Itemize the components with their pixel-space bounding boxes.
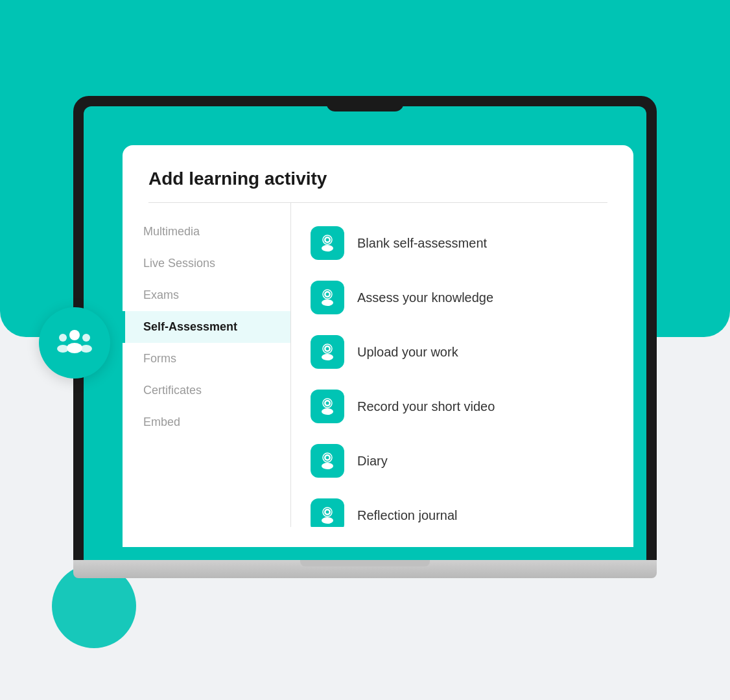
activity-item-diary[interactable]: Diary <box>311 434 614 488</box>
svg-point-3 <box>57 345 69 353</box>
reflection-journal-icon <box>318 506 337 525</box>
activity-label-record-video: Record your short video <box>357 399 495 414</box>
activity-icon-upload-work <box>311 335 344 369</box>
svg-point-4 <box>82 334 90 342</box>
sidebar-item-live-sessions[interactable]: Live Sessions <box>123 248 290 279</box>
svg-point-0 <box>69 330 80 340</box>
activity-item-upload-work[interactable]: Upload your work <box>311 325 614 379</box>
scene: Add learning activity Multimedia Live Se… <box>0 0 730 700</box>
svg-point-12 <box>322 299 333 306</box>
sidebar-item-multimedia[interactable]: Multimedia <box>123 216 290 248</box>
users-icon <box>54 322 95 364</box>
activity-icon-reflection-journal <box>311 498 344 527</box>
svg-point-19 <box>326 402 329 405</box>
activity-label-blank-self-assessment: Blank self-assessment <box>357 236 487 251</box>
sidebar-item-embed[interactable]: Embed <box>123 406 290 438</box>
svg-point-24 <box>322 463 333 469</box>
activity-item-assess-knowledge[interactable]: Assess your knowledge <box>311 270 614 325</box>
self-assessment-icon <box>318 233 337 253</box>
activity-icon-record-video <box>311 390 344 423</box>
svg-point-23 <box>326 456 329 460</box>
laptop-notch <box>326 96 404 111</box>
svg-point-16 <box>322 354 333 360</box>
floating-avatar-circle <box>39 307 110 379</box>
svg-point-11 <box>326 293 329 296</box>
activity-icon-blank-self-assessment <box>311 226 344 260</box>
laptop-base <box>73 560 657 578</box>
assess-knowledge-icon <box>318 288 337 307</box>
activity-item-blank-self-assessment[interactable]: Blank self-assessment <box>311 216 614 270</box>
dialog-body: Multimedia Live Sessions Exams Self-Asse… <box>123 203 633 527</box>
diary-icon <box>318 451 337 471</box>
left-sidebar: Multimedia Live Sessions Exams Self-Asse… <box>123 203 291 527</box>
upload-work-icon <box>318 342 337 362</box>
svg-point-7 <box>326 239 329 242</box>
laptop-screen: Add learning activity Multimedia Live Se… <box>84 106 646 560</box>
laptop-hinge <box>300 560 430 566</box>
right-content: Blank self-assessment <box>291 203 633 527</box>
activity-icon-assess-knowledge <box>311 281 344 314</box>
laptop-screen-bezel: Add learning activity Multimedia Live Se… <box>73 96 657 560</box>
sidebar-item-exams[interactable]: Exams <box>123 279 290 311</box>
activity-item-record-video[interactable]: Record your short video <box>311 379 614 434</box>
dialog-container: Add learning activity Multimedia Live Se… <box>123 145 633 547</box>
sidebar-item-self-assessment[interactable]: Self-Assessment <box>123 311 290 343</box>
activity-label-diary: Diary <box>357 454 388 469</box>
activity-label-assess-knowledge: Assess your knowledge <box>357 290 493 305</box>
dialog-title: Add learning activity <box>123 145 633 202</box>
activity-label-upload-work: Upload your work <box>357 345 458 360</box>
svg-point-5 <box>80 345 92 353</box>
activity-icon-diary <box>311 444 344 478</box>
laptop-wrapper: Add learning activity Multimedia Live Se… <box>73 96 657 578</box>
activity-item-reflection-journal[interactable]: Reflection journal <box>311 488 614 527</box>
sidebar-item-certificates[interactable]: Certificates <box>123 375 290 406</box>
svg-point-1 <box>67 343 82 353</box>
svg-point-2 <box>59 334 67 342</box>
svg-point-27 <box>326 511 329 514</box>
svg-point-20 <box>322 408 333 415</box>
svg-point-15 <box>326 347 329 351</box>
record-video-icon <box>318 397 337 416</box>
activity-label-reflection-journal: Reflection journal <box>357 508 458 523</box>
sidebar-item-forms[interactable]: Forms <box>123 343 290 375</box>
svg-point-8 <box>322 245 333 251</box>
svg-point-28 <box>322 517 333 524</box>
